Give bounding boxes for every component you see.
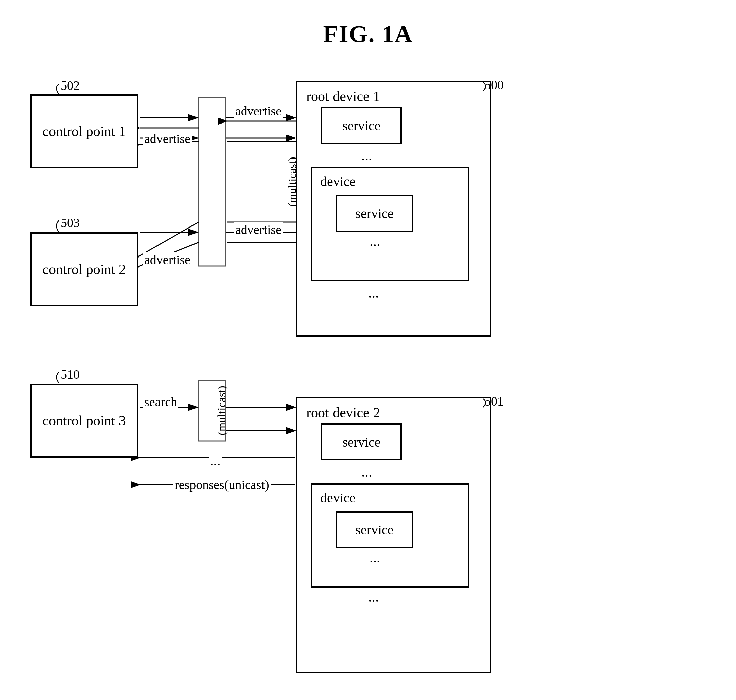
rd2-label: root device 2 bbox=[301, 402, 385, 424]
svg-text:(multicast): (multicast) bbox=[215, 386, 228, 435]
device-1-box: device service ... bbox=[311, 167, 469, 281]
svc2-label: service bbox=[356, 206, 394, 221]
control-point-3-box: control point 3 bbox=[30, 384, 138, 458]
advertise-label-1: advertise bbox=[234, 104, 283, 118]
advertise-label-2: advertise bbox=[143, 131, 192, 146]
rd1-label: root device 1 bbox=[301, 85, 385, 107]
device-2-box: device service ... bbox=[311, 483, 469, 588]
root-device-2-box: root device 2 service ... device service… bbox=[296, 397, 491, 673]
responses-label: responses(unicast) bbox=[173, 477, 270, 492]
ref-501: 501 bbox=[485, 394, 504, 409]
dots-rd1-1: ... bbox=[361, 147, 372, 163]
svc1-label: service bbox=[342, 118, 380, 134]
root-device-1-box: root device 1 service ... device service… bbox=[296, 81, 491, 337]
svg-rect-3 bbox=[198, 98, 225, 266]
advertise-label-3: advertise bbox=[234, 222, 283, 237]
dots-rd2-2: ... bbox=[368, 589, 379, 605]
service-3-box: service bbox=[321, 424, 402, 460]
cp2-label: control point 2 bbox=[43, 261, 126, 277]
dev2-label: device bbox=[316, 488, 360, 508]
svc4-label: service bbox=[356, 522, 394, 538]
ref-510: 510 bbox=[60, 367, 80, 382]
svg-rect-5 bbox=[198, 380, 225, 441]
cp1-label: control point 1 bbox=[43, 123, 126, 139]
dots-rd2-1: ... bbox=[361, 464, 372, 480]
service-2-box: service bbox=[336, 195, 413, 232]
dots-rd1-2: ... bbox=[368, 285, 379, 301]
cp3-label: control point 3 bbox=[43, 413, 126, 429]
ref-503: 503 bbox=[60, 215, 80, 230]
dots-dev2: ... bbox=[370, 550, 380, 566]
advertise-label-4: advertise bbox=[143, 252, 192, 267]
svg-line-16 bbox=[140, 222, 198, 256]
service-4-box: service bbox=[336, 511, 413, 548]
ref-500: 500 bbox=[485, 77, 504, 92]
service-1-box: service bbox=[321, 107, 402, 144]
control-point-2-box: control point 2 bbox=[30, 232, 138, 306]
dots-between-responses: ... bbox=[209, 453, 222, 469]
ref-502: 502 bbox=[60, 78, 80, 93]
search-label: search bbox=[143, 394, 178, 409]
dots-dev1: ... bbox=[370, 233, 380, 249]
page-title: FIG. 1A bbox=[0, 0, 736, 48]
dev1-label: device bbox=[316, 172, 360, 191]
svc3-label: service bbox=[342, 434, 380, 450]
control-point-1-box: control point 1 bbox=[30, 94, 138, 168]
